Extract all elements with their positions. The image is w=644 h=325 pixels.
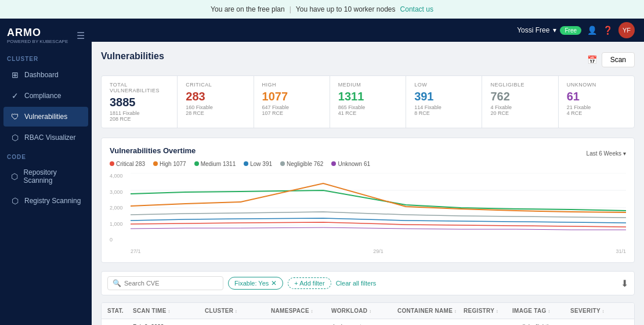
col-container-name[interactable]: CONTAINER NAME — [397, 308, 461, 314]
card-sub: 160 Fixable28 RCE — [186, 104, 245, 116]
card-high: HIGH 1077 647 Fixable107 RCE — [254, 76, 330, 128]
card-sub: 21 Fixable4 RCE — [567, 104, 626, 116]
card-sub: 647 Fixable107 RCE — [262, 104, 321, 116]
card-negligible: NEGLIGIBLE 762 4 Fixable20 RCE — [482, 76, 558, 128]
card-value: 1077 — [262, 90, 321, 103]
card-sub: 1811 Fixable208 RCE — [110, 110, 169, 122]
sidebar-item-compliance[interactable]: ✓ Compliance — [3, 86, 88, 106]
clear-filters-button[interactable]: Clear all filters — [336, 280, 377, 287]
content-area: Yossi Free ▾ Free 👤 ❓ YF Vulnerabilities… — [92, 19, 644, 325]
legend-high: High 1077 — [153, 161, 186, 167]
banner-separator: | — [290, 5, 291, 13]
card-label: CRITICAL — [186, 82, 245, 88]
sidebar-logo: ARMO POWERED BY KUBESCAPE ☰ — [0, 19, 92, 50]
search-cve-input[interactable] — [124, 280, 218, 287]
legend-medium: Medium 1311 — [194, 161, 236, 167]
card-critical: CRITICAL 283 160 Fixable28 RCE — [178, 76, 254, 128]
chart-container: 4,000 3,000 2,000 1,000 0 — [110, 173, 626, 254]
card-sub: 4 Fixable20 RCE — [490, 104, 549, 116]
col-registry[interactable]: REGISTRY — [464, 308, 510, 314]
username: Yossi Free — [517, 26, 549, 34]
help-icon[interactable]: ❓ — [603, 26, 613, 35]
download-button[interactable]: ⬇ — [621, 278, 628, 289]
card-unknown: UNKNOWN 61 21 Fixable4 RCE — [559, 76, 634, 128]
sidebar-item-label: Compliance — [24, 92, 61, 100]
plan-badge: Free — [560, 26, 581, 35]
chart-y-labels: 4,000 3,000 2,000 1,000 0 — [110, 173, 128, 243]
card-label: UNKNOWN — [567, 82, 626, 88]
card-sub: 865 Fixable41 RCE — [338, 104, 397, 116]
header-user: Yossi Free ▾ Free — [517, 26, 581, 35]
search-cve-box[interactable]: 🔍 — [107, 276, 223, 290]
legend-negligible: Negligible 762 — [280, 161, 323, 167]
card-label: LOW — [414, 82, 473, 88]
sidebar-item-label: Vulnerabilities — [24, 113, 67, 121]
col-status: STAT. — [107, 308, 131, 314]
compliance-icon: ✓ — [10, 91, 20, 100]
scan-button[interactable]: Scan — [602, 52, 635, 67]
table-header: STAT. SCAN TIME CLUSTER NAMESPACE WORKLO… — [102, 303, 634, 319]
banner-cta[interactable]: Contact us — [400, 5, 433, 13]
card-low: LOW 391 114 Fixable8 RCE — [406, 76, 482, 128]
chart-section: Vulnerabilities Overtime Last 6 Weeks ▾ … — [101, 138, 635, 263]
card-label: MEDIUM — [338, 82, 397, 88]
chart-svg-area — [131, 173, 626, 243]
y-label: 1,000 — [110, 221, 128, 227]
col-namespace[interactable]: NAMESPACE — [271, 308, 329, 314]
sidebar-item-registry-scanning[interactable]: ⬡ Registry Scanning — [3, 191, 88, 211]
card-value: 61 — [567, 90, 626, 103]
hamburger-icon[interactable]: ☰ — [77, 30, 85, 41]
logo: ARMO POWERED BY KUBESCAPE — [7, 27, 68, 44]
sidebar-item-rbac[interactable]: ⬡ RBAC Visualizer — [3, 128, 88, 147]
sidebar-item-dashboard[interactable]: ⊞ Dashboard — [3, 65, 88, 85]
add-filter-button[interactable]: + Add filter — [288, 277, 331, 289]
card-value: 762 — [490, 90, 549, 103]
top-banner: You are on the free plan | You have up t… — [0, 0, 644, 19]
logo-sub: POWERED BY KUBESCAPE — [7, 39, 68, 44]
col-scan-time[interactable]: SCAN TIME — [133, 308, 202, 314]
time-selector-label: Last 6 Weeks — [587, 150, 621, 157]
x-label: 31/1 — [616, 248, 626, 254]
card-label: HIGH — [262, 82, 321, 88]
banner-text2: You have up to 10 worker nodes — [296, 5, 396, 13]
vulnerability-summary-cards: TOTAL VULNERABILITIES 3885 1811 Fixable2… — [101, 75, 635, 128]
col-workload[interactable]: WORKLOAD — [331, 308, 395, 314]
card-value: 283 — [186, 90, 245, 103]
sidebar-item-label: Repository Scanning — [23, 168, 81, 185]
calendar-icon: 📅 — [587, 55, 597, 64]
card-value: 3885 — [110, 96, 169, 109]
card-value: 391 — [414, 90, 473, 103]
registry-icon: ⬡ — [10, 196, 20, 205]
remove-filter-button[interactable]: ✕ — [271, 279, 277, 287]
card-label: NEGLIGIBLE — [490, 82, 549, 88]
code-section-label: CODE — [0, 148, 92, 162]
filter-chip-label: Fixable: Yes — [234, 280, 269, 287]
header-bar: Yossi Free ▾ Free 👤 ❓ YF — [92, 19, 644, 42]
chart-legend: Critical 283 High 1077 Medium 1311 Low 3… — [110, 161, 626, 167]
header-icons: 👤 ❓ — [587, 26, 613, 35]
card-total: TOTAL VULNERABILITIES 3885 1811 Fixable2… — [102, 76, 178, 128]
time-selector[interactable]: Last 6 Weeks ▾ — [587, 150, 626, 157]
sidebar: ARMO POWERED BY KUBESCAPE ☰ CLUSTER ⊞ Da… — [0, 19, 92, 325]
fixable-filter-chip: Fixable: Yes ✕ — [228, 277, 283, 290]
avatar: YF — [618, 22, 635, 38]
sidebar-item-label: RBAC Visualizer — [24, 133, 75, 142]
col-cluster[interactable]: CLUSTER — [205, 308, 269, 314]
chart-svg — [131, 173, 626, 243]
col-severity[interactable]: SEVERITY — [570, 308, 628, 314]
col-image-tag[interactable]: IMAGE TAG — [512, 308, 568, 314]
person-icon[interactable]: 👤 — [587, 26, 597, 35]
page-title: Vulnerabilities — [101, 51, 164, 62]
search-icon: 🔍 — [113, 279, 121, 287]
filter-row: 🔍 Fixable: Yes ✕ + Add filter Clear all … — [101, 271, 635, 295]
x-label: 29/1 — [373, 248, 383, 254]
rbac-icon: ⬡ — [10, 133, 20, 142]
sidebar-item-repo-scanning[interactable]: ⬡ Repository Scanning — [3, 163, 88, 190]
y-label: 3,000 — [110, 189, 128, 195]
chart-x-labels: 27/1 29/1 31/1 — [131, 248, 626, 254]
x-label: 27/1 — [131, 248, 141, 254]
y-label: 0 — [110, 237, 128, 243]
repo-icon: ⬡ — [10, 172, 19, 181]
sidebar-item-vulnerabilities[interactable]: 🛡 Vulnerabilities — [3, 107, 88, 127]
y-label: 4,000 — [110, 173, 128, 179]
